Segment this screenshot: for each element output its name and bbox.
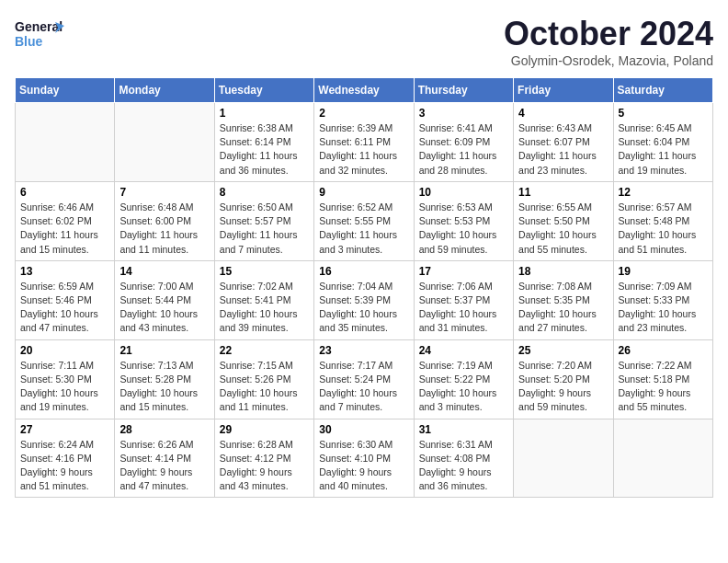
calendar-week-row: 27Sunrise: 6:24 AMSunset: 4:16 PMDayligh… xyxy=(16,419,713,498)
calendar-cell: 21Sunrise: 7:13 AMSunset: 5:28 PMDayligh… xyxy=(115,339,214,419)
day-info: Sunrise: 7:00 AMSunset: 5:44 PMDaylight:… xyxy=(119,280,209,336)
calendar-cell: 16Sunrise: 7:04 AMSunset: 5:39 PMDayligh… xyxy=(314,260,414,339)
day-number: 21 xyxy=(119,344,209,357)
day-number: 1 xyxy=(220,107,309,120)
calendar-cell: 5Sunrise: 6:45 AMSunset: 6:04 PMDaylight… xyxy=(613,103,712,182)
calendar-cell: 17Sunrise: 7:06 AMSunset: 5:37 PMDayligh… xyxy=(414,260,513,339)
day-number: 4 xyxy=(518,107,608,120)
calendar-cell: 12Sunrise: 6:57 AMSunset: 5:48 PMDayligh… xyxy=(613,181,712,260)
day-info: Sunrise: 7:19 AMSunset: 5:22 PMDaylight:… xyxy=(419,359,508,415)
weekday-header: Sunday xyxy=(16,78,115,103)
day-number: 25 xyxy=(518,344,608,357)
calendar-cell: 25Sunrise: 7:20 AMSunset: 5:20 PMDayligh… xyxy=(514,339,613,419)
weekday-header: Friday xyxy=(514,78,613,103)
location: Golymin-Osrodek, Mazovia, Poland xyxy=(504,53,713,68)
day-info: Sunrise: 6:50 AMSunset: 5:57 PMDaylight:… xyxy=(220,201,309,257)
day-info: Sunrise: 7:17 AMSunset: 5:24 PMDaylight:… xyxy=(319,359,408,415)
day-info: Sunrise: 6:31 AMSunset: 4:08 PMDaylight:… xyxy=(419,438,508,494)
calendar-cell: 18Sunrise: 7:08 AMSunset: 5:35 PMDayligh… xyxy=(514,260,613,339)
day-info: Sunrise: 6:59 AMSunset: 5:46 PMDaylight:… xyxy=(20,280,109,336)
calendar-week-row: 20Sunrise: 7:11 AMSunset: 5:30 PMDayligh… xyxy=(16,339,713,419)
day-number: 27 xyxy=(20,423,109,436)
day-info: Sunrise: 6:46 AMSunset: 6:02 PMDaylight:… xyxy=(20,201,109,257)
day-number: 6 xyxy=(20,186,109,199)
calendar-cell: 8Sunrise: 6:50 AMSunset: 5:57 PMDaylight… xyxy=(214,181,313,260)
day-number: 28 xyxy=(119,423,209,436)
day-info: Sunrise: 7:06 AMSunset: 5:37 PMDaylight:… xyxy=(419,280,508,336)
calendar-cell xyxy=(613,419,712,498)
day-info: Sunrise: 6:52 AMSunset: 5:55 PMDaylight:… xyxy=(319,201,408,257)
calendar-cell: 4Sunrise: 6:43 AMSunset: 6:07 PMDaylight… xyxy=(514,103,613,182)
calendar-week-row: 1Sunrise: 6:38 AMSunset: 6:14 PMDaylight… xyxy=(16,103,713,182)
day-info: Sunrise: 6:43 AMSunset: 6:07 PMDaylight:… xyxy=(518,121,608,178)
calendar-cell: 30Sunrise: 6:30 AMSunset: 4:10 PMDayligh… xyxy=(314,419,414,498)
day-info: Sunrise: 7:09 AMSunset: 5:33 PMDaylight:… xyxy=(619,280,708,336)
weekday-header: Saturday xyxy=(613,78,712,103)
calendar-cell: 7Sunrise: 6:48 AMSunset: 6:00 PMDaylight… xyxy=(115,181,214,260)
weekday-header: Tuesday xyxy=(214,78,313,103)
calendar-week-row: 6Sunrise: 6:46 AMSunset: 6:02 PMDaylight… xyxy=(16,181,713,260)
calendar-cell xyxy=(115,103,214,182)
day-info: Sunrise: 6:30 AMSunset: 4:10 PMDaylight:… xyxy=(319,438,408,494)
calendar-cell: 31Sunrise: 6:31 AMSunset: 4:08 PMDayligh… xyxy=(414,419,513,498)
day-number: 12 xyxy=(619,186,708,199)
day-info: Sunrise: 6:45 AMSunset: 6:04 PMDaylight:… xyxy=(619,121,708,178)
logo: GeneralBlue xyxy=(15,15,65,52)
weekday-header: Thursday xyxy=(414,78,513,103)
calendar-cell: 6Sunrise: 6:46 AMSunset: 6:02 PMDaylight… xyxy=(16,181,115,260)
day-info: Sunrise: 6:38 AMSunset: 6:14 PMDaylight:… xyxy=(220,121,309,178)
day-info: Sunrise: 7:13 AMSunset: 5:28 PMDaylight:… xyxy=(119,359,209,415)
day-number: 31 xyxy=(419,423,508,436)
day-info: Sunrise: 7:22 AMSunset: 5:18 PMDaylight:… xyxy=(619,359,708,415)
day-number: 24 xyxy=(419,344,508,357)
calendar-cell: 20Sunrise: 7:11 AMSunset: 5:30 PMDayligh… xyxy=(16,339,115,419)
weekday-header: Wednesday xyxy=(314,78,414,103)
calendar-cell: 15Sunrise: 7:02 AMSunset: 5:41 PMDayligh… xyxy=(214,260,313,339)
day-info: Sunrise: 6:48 AMSunset: 6:00 PMDaylight:… xyxy=(119,201,209,257)
day-info: Sunrise: 6:55 AMSunset: 5:50 PMDaylight:… xyxy=(518,201,608,257)
day-info: Sunrise: 7:15 AMSunset: 5:26 PMDaylight:… xyxy=(220,359,309,415)
day-number: 26 xyxy=(619,344,708,357)
calendar-cell: 9Sunrise: 6:52 AMSunset: 5:55 PMDaylight… xyxy=(314,181,414,260)
day-info: Sunrise: 7:08 AMSunset: 5:35 PMDaylight:… xyxy=(518,280,608,336)
weekday-header-row: SundayMondayTuesdayWednesdayThursdayFrid… xyxy=(16,78,713,103)
svg-text:Blue: Blue xyxy=(15,34,43,49)
calendar-cell xyxy=(514,419,613,498)
day-number: 29 xyxy=(220,423,309,436)
day-number: 18 xyxy=(518,265,608,278)
day-info: Sunrise: 7:02 AMSunset: 5:41 PMDaylight:… xyxy=(220,280,309,336)
calendar-cell: 29Sunrise: 6:28 AMSunset: 4:12 PMDayligh… xyxy=(214,419,313,498)
weekday-header: Monday xyxy=(115,78,214,103)
day-number: 22 xyxy=(220,344,309,357)
logo-icon: GeneralBlue xyxy=(15,15,65,52)
day-number: 11 xyxy=(518,186,608,199)
day-number: 30 xyxy=(319,423,408,436)
day-info: Sunrise: 6:39 AMSunset: 6:11 PMDaylight:… xyxy=(319,121,408,178)
day-number: 23 xyxy=(319,344,408,357)
calendar-cell: 27Sunrise: 6:24 AMSunset: 4:16 PMDayligh… xyxy=(16,419,115,498)
day-number: 20 xyxy=(20,344,109,357)
calendar-cell: 22Sunrise: 7:15 AMSunset: 5:26 PMDayligh… xyxy=(214,339,313,419)
day-number: 9 xyxy=(319,186,408,199)
day-info: Sunrise: 6:41 AMSunset: 6:09 PMDaylight:… xyxy=(419,121,508,178)
day-number: 14 xyxy=(119,265,209,278)
calendar-cell: 19Sunrise: 7:09 AMSunset: 5:33 PMDayligh… xyxy=(613,260,712,339)
calendar-week-row: 13Sunrise: 6:59 AMSunset: 5:46 PMDayligh… xyxy=(16,260,713,339)
day-info: Sunrise: 6:26 AMSunset: 4:14 PMDaylight:… xyxy=(119,438,209,494)
calendar-cell: 14Sunrise: 7:00 AMSunset: 5:44 PMDayligh… xyxy=(115,260,214,339)
day-number: 16 xyxy=(319,265,408,278)
calendar-table: SundayMondayTuesdayWednesdayThursdayFrid… xyxy=(15,77,713,498)
calendar-cell: 24Sunrise: 7:19 AMSunset: 5:22 PMDayligh… xyxy=(414,339,513,419)
calendar-cell: 10Sunrise: 6:53 AMSunset: 5:53 PMDayligh… xyxy=(414,181,513,260)
day-number: 13 xyxy=(20,265,109,278)
day-number: 10 xyxy=(419,186,508,199)
month-title: October 2024 xyxy=(504,15,713,53)
day-info: Sunrise: 6:28 AMSunset: 4:12 PMDaylight:… xyxy=(220,438,309,494)
day-number: 7 xyxy=(119,186,209,199)
page-header: GeneralBlue October 2024 Golymin-Osrodek… xyxy=(15,15,713,68)
calendar-cell: 11Sunrise: 6:55 AMSunset: 5:50 PMDayligh… xyxy=(514,181,613,260)
day-info: Sunrise: 6:57 AMSunset: 5:48 PMDaylight:… xyxy=(619,201,708,257)
day-info: Sunrise: 6:53 AMSunset: 5:53 PMDaylight:… xyxy=(419,201,508,257)
calendar-cell: 28Sunrise: 6:26 AMSunset: 4:14 PMDayligh… xyxy=(115,419,214,498)
day-info: Sunrise: 7:11 AMSunset: 5:30 PMDaylight:… xyxy=(20,359,109,415)
